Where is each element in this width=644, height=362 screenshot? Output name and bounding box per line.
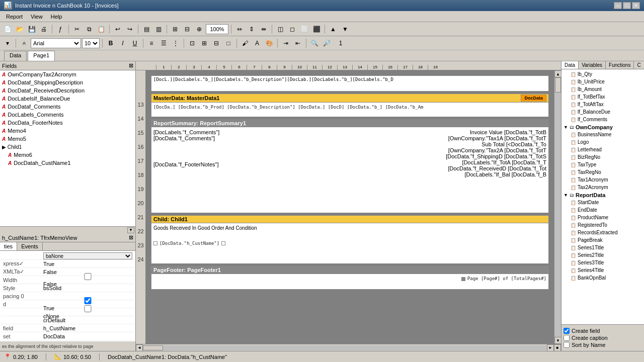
list-item[interactable]: ADocData_FooterNotes (0, 119, 135, 127)
tb-print[interactable]: 🖨 (38, 24, 49, 35)
tb-order1[interactable]: ▲ (328, 24, 339, 35)
right-tab-data[interactable]: Data (561, 61, 579, 69)
tb-highlight[interactable]: 🖌 (239, 38, 251, 49)
tab-data[interactable]: Data (4, 51, 27, 61)
width-check[interactable] (43, 273, 132, 280)
tree-enddate[interactable]: 📋EndDate (562, 206, 643, 214)
right-tab-c[interactable]: C (634, 61, 644, 69)
band-child1-content[interactable]: Goods Received In Good Order And Conditi… (151, 223, 548, 263)
scroll-down-btn[interactable]: ▼ (127, 227, 134, 233)
check-create-caption-input[interactable] (564, 335, 570, 341)
menu-help[interactable]: Help (47, 13, 66, 21)
list-item[interactable]: ADocDataf_ShippingDescription (0, 78, 135, 86)
band-pagefooter[interactable]: PageFooter: PageFooter1 Page [Page#] of … (151, 266, 549, 290)
tb-redo[interactable]: ↪ (124, 24, 135, 35)
tb-bold[interactable]: B (105, 38, 116, 49)
tb-band-insert[interactable]: ▤ (141, 24, 152, 35)
tb-borders3[interactable]: ⊟ (211, 38, 222, 49)
tb-grid2[interactable]: ⊟ (182, 24, 193, 35)
tb-band-insert2[interactable]: ▥ (153, 24, 164, 35)
tree-logo[interactable]: 📋Logo (562, 138, 643, 146)
right-tab-variables[interactable]: Variables (579, 61, 606, 69)
list-item[interactable]: ▶ Child1 (0, 143, 135, 151)
list-item[interactable]: ADocDataf_ReceivedDescription (0, 86, 135, 95)
zoom-input[interactable]: 100% (206, 24, 228, 34)
band-masterdata-content[interactable]: [DocDa.] [DocData."b_Prod] [DocData."b_D… (151, 103, 548, 117)
tree-series2title[interactable]: 📋Series2Title (562, 251, 643, 259)
tree-taxtype[interactable]: 📋TaxType (562, 161, 643, 168)
list-item[interactable]: AMemo6 (0, 151, 135, 159)
maximize-button[interactable]: □ (623, 2, 631, 9)
list-item[interactable]: AOwnCompanyTax2Acronym (0, 70, 135, 78)
font-select[interactable]: Arial (31, 38, 81, 48)
tree-series1title[interactable]: 📋Series1Title (562, 244, 643, 251)
tree-businessname[interactable]: 📋BusinessName (562, 131, 643, 138)
tree-registeredto[interactable]: 📋RegisteredTo (562, 221, 643, 229)
cnone-check[interactable] (43, 305, 132, 312)
hscroll-track[interactable] (143, 345, 547, 350)
list-item[interactable]: AMemo4 (0, 127, 135, 135)
tree-series4title[interactable]: 📋Series4Title (562, 266, 643, 274)
close-button[interactable]: ✕ (632, 2, 640, 9)
hscroll-right[interactable]: ► (547, 344, 554, 351)
tree-lf-balancedue[interactable]: 📋lf_BalanceDue (562, 108, 643, 116)
tb-copy[interactable]: ⧉ (84, 24, 95, 35)
hscroll-thumb[interactable] (143, 345, 163, 350)
tb-indent[interactable]: ⇥ (280, 38, 291, 49)
hscroll-left[interactable]: ◄ (136, 344, 143, 351)
tree-letterhead[interactable]: 📋Letterhead (562, 146, 643, 153)
tree-lb-qty[interactable]: 📋lb_Qty (562, 70, 643, 78)
vscrollbar[interactable]: ▲ ▼ (554, 70, 561, 344)
design-area[interactable]: [DocL.][DocLabels."b_][DocLabels."b_Desc… (146, 70, 554, 344)
list-item[interactable]: ADocLabelsIf_BalanceDue (0, 95, 135, 103)
tb-size4[interactable]: ⬛ (311, 24, 322, 35)
tb-align-h[interactable]: ⇔ (234, 24, 245, 35)
band-pagefooter-content[interactable]: Page [Page#] of [TotalPages#] (151, 274, 548, 289)
prop-select[interactable]: baNone (43, 252, 132, 259)
check-sort-by-name-input[interactable] (564, 342, 570, 348)
tb-zoom-minus[interactable]: 🔎 (321, 38, 332, 49)
d-check[interactable] (43, 297, 132, 304)
tree-productname[interactable]: 📋ProductName (562, 214, 643, 221)
tb-zoom-slider[interactable]: 🔍 (309, 38, 320, 49)
tree-lf-totbeftax[interactable]: 📋lf_TotBefTax (562, 93, 643, 101)
tb-formula[interactable]: ƒ (55, 24, 66, 35)
band-reportsummary[interactable]: ReportSummary: ReportSummary1 [DocLabels… (151, 119, 549, 213)
menu-report[interactable]: Report (2, 13, 27, 21)
tb-underline[interactable]: U (129, 38, 140, 49)
tree-lf-comments[interactable]: 📋lf_Comments (562, 116, 643, 123)
tree-lb-amount[interactable]: 📋lb_Amount (562, 85, 643, 93)
vscroll-track[interactable] (554, 77, 561, 337)
menu-view[interactable]: View (27, 13, 47, 21)
tb-borders1[interactable]: ⊡ (187, 38, 198, 49)
tb-open[interactable]: 📂 (14, 24, 25, 35)
tb-outdent[interactable]: ⇤ (292, 38, 303, 49)
tree-lb-unitprice[interactable]: 📋lb_UnitPrice (562, 78, 643, 85)
tab-page1[interactable]: Page1 (28, 51, 55, 61)
tree-reportdata[interactable]: ▼ 🗂 ReportData (562, 191, 643, 199)
tree-tax1acronym[interactable]: 📋Tax1Acronym (562, 176, 643, 184)
props-expand[interactable]: ⊠ (129, 234, 133, 241)
check-create-field-input[interactable] (564, 328, 570, 334)
tree-taxregno[interactable]: 📋TaxRegNo (562, 168, 643, 176)
tb-size2[interactable]: ◻ (287, 24, 298, 35)
tree-recordsextracted[interactable]: 📋RecordsExtracted (562, 229, 643, 236)
tb-italic[interactable]: I (117, 38, 128, 49)
vscroll-down[interactable]: ▼ (554, 337, 561, 344)
list-item[interactable]: ADocDataf_Comments (0, 103, 135, 111)
tb-cut[interactable]: ✂ (71, 24, 83, 35)
list-item[interactable]: ADocLabels_Comments (0, 111, 135, 119)
tb-textalign2[interactable]: ☰ (158, 38, 169, 49)
tb-color[interactable]: A (252, 38, 263, 49)
props-tab-ties[interactable]: ties (0, 242, 17, 250)
tb-dropdown[interactable]: ▾ (2, 38, 13, 49)
vscroll-thumb[interactable] (555, 77, 561, 93)
tb-order2[interactable]: ▼ (340, 24, 351, 35)
props-tab-events[interactable]: Events (17, 242, 43, 250)
tree-bizregno[interactable]: 📋BizRegNo (562, 153, 643, 161)
tb-size1[interactable]: ◫ (275, 24, 286, 35)
tb-borders4[interactable]: □ (223, 38, 234, 49)
tree-bankopnbal[interactable]: 📋BankOpnBal (562, 274, 643, 282)
tree-owncompany[interactable]: ▼ 🗂 OwnCompany (562, 123, 643, 131)
tree-pagebreak[interactable]: 📋PageBreak (562, 236, 643, 244)
